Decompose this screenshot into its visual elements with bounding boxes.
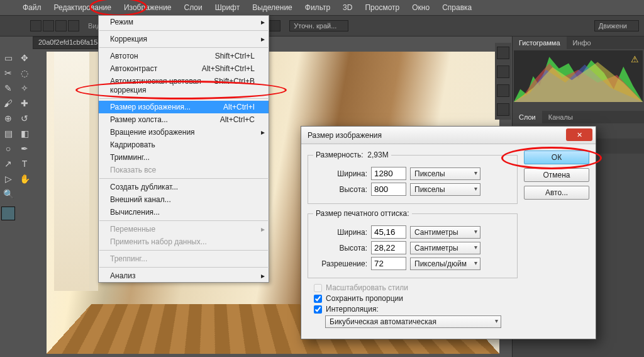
tool-wand-icon[interactable]: ✧ — [18, 82, 31, 94]
tab-histogram[interactable]: Гистограмма — [513, 37, 567, 49]
menu-window[interactable]: Окно — [406, 0, 436, 15]
menu-filter[interactable]: Фильтр — [299, 0, 336, 15]
print-width-input[interactable] — [371, 225, 406, 239]
tool-type-icon[interactable]: T — [18, 157, 31, 170]
scale-styles-row: Масштабировать стили — [314, 283, 518, 292]
tab-layers[interactable]: Слои — [513, 111, 542, 123]
menuitem[interactable]: Создать дубликат... — [99, 181, 269, 193]
tool-hand-icon[interactable]: ✋ — [18, 173, 31, 185]
constrain-label: Сохранить пропорции — [326, 294, 403, 303]
opt-icon-2[interactable] — [43, 20, 54, 31]
px-height-input[interactable] — [371, 183, 406, 196]
photo-window-left — [54, 52, 98, 291]
menu-view[interactable]: Просмотр — [358, 0, 406, 15]
menu-help[interactable]: Справка — [436, 0, 478, 15]
tool-zoom-icon[interactable]: 🔍 — [2, 188, 14, 200]
px-width-input[interactable] — [371, 167, 406, 180]
tool-move-icon[interactable]: ✥ — [18, 52, 31, 64]
option-bar: Вид: Шир.: Выс.: Уточн. край... Движени — [0, 15, 644, 37]
dialog-close-button[interactable]: ✕ — [566, 128, 592, 141]
resolution-input[interactable] — [371, 257, 406, 270]
menu-image[interactable]: Изображение — [118, 0, 178, 15]
tool-lasso-icon[interactable]: ◌ — [18, 67, 31, 79]
image-menu-dropdown: РежимКоррекцияАвтотонShift+Ctrl+LАвтокон… — [98, 15, 269, 283]
print-width-unit[interactable]: Сантиметры — [410, 226, 480, 239]
auto-button[interactable]: Авто... — [524, 186, 589, 200]
px-width-label: Ширина: — [313, 169, 367, 178]
menuitem[interactable]: Тримминг... — [99, 151, 269, 164]
menuitem[interactable]: Коррекция — [99, 33, 269, 45]
toolbar-col1: ▭ ✂ ✎ 🖌 ⊕ ▤ ○ ↗ ▷ 🔍 — [0, 49, 16, 238]
dim-value: 2,93M — [367, 150, 388, 159]
interp-checkbox[interactable] — [314, 305, 322, 314]
tool-path-icon[interactable]: ↗ — [2, 157, 14, 170]
print-height-unit[interactable]: Сантиметры — [410, 242, 480, 254]
opt-refine-button[interactable]: Уточн. край... — [289, 20, 348, 31]
menuitem[interactable]: Вращение изображения — [99, 126, 269, 139]
tool-pointer-icon[interactable]: ▷ — [2, 173, 14, 185]
menuitem[interactable]: Размер изображения...Alt+Ctrl+I — [99, 101, 269, 113]
tool-dodge-icon[interactable]: ○ — [2, 142, 14, 155]
menuitem: Применить набор данных... — [99, 235, 269, 248]
print-height-input[interactable] — [371, 241, 406, 254]
histogram-panel-tabs: Гистограмма Инфо — [513, 37, 644, 49]
menuitem[interactable]: Автоматическая цветовая коррекцияShift+C… — [99, 75, 269, 96]
menuitem[interactable]: АвтоконтрастAlt+Shift+Ctrl+L — [99, 62, 269, 75]
print-legend: Размер печатного оттиска: — [313, 209, 412, 218]
tab-channels[interactable]: Каналы — [542, 111, 579, 123]
interp-row[interactable]: Интерполяция: — [314, 305, 518, 314]
panel-ic-2[interactable] — [497, 65, 509, 78]
px-height-unit[interactable]: Пикселы — [410, 183, 480, 196]
menuitem[interactable]: Внешний канал... — [99, 193, 269, 206]
menuitem[interactable]: Вычисления... — [99, 206, 269, 218]
ok-button[interactable]: ОК — [524, 150, 589, 164]
tab-info[interactable]: Инфо — [567, 37, 597, 49]
tool-brush-icon[interactable]: 🖌 — [2, 97, 14, 110]
cancel-button[interactable]: Отмена — [524, 168, 589, 182]
tool-stamp-icon[interactable]: ⊕ — [2, 112, 14, 125]
menuitem[interactable]: Размер холста...Alt+Ctrl+C — [99, 113, 269, 126]
print-size-group: Размер печатного оттиска: Ширина: Сантим… — [308, 209, 518, 278]
layers-panel-tabs: Слои Каналы — [513, 111, 644, 123]
menuitem: Переменные — [99, 223, 269, 235]
tool-heal-icon[interactable]: ✚ — [18, 97, 31, 110]
menu-select[interactable]: Выделение — [246, 0, 299, 15]
tool-eraser-icon[interactable]: ◧ — [18, 127, 31, 140]
tool-eyedrop-icon[interactable]: ✎ — [2, 82, 14, 94]
panel-ic-1[interactable] — [497, 47, 509, 59]
menuitem: Показать все — [99, 164, 269, 176]
tool-history-icon[interactable]: ↺ — [18, 112, 31, 125]
menuitem: Треппинг... — [99, 252, 269, 265]
px-width-unit[interactable]: Пикселы — [410, 167, 480, 180]
tool-gradient-icon[interactable]: ▤ — [2, 127, 14, 140]
interp-method-dropdown[interactable]: Бикубическая автоматическая — [325, 315, 501, 328]
dialog-title: Размер изображения — [308, 131, 382, 140]
menu-file[interactable]: Файл — [16, 0, 48, 15]
tool-marquee-icon[interactable]: ▭ — [2, 52, 14, 64]
constrain-checkbox[interactable] — [314, 295, 322, 303]
menu-type[interactable]: Шрифт — [209, 0, 246, 15]
panel-ic-3[interactable] — [497, 84, 509, 97]
menuitem[interactable]: Кадрировать — [99, 139, 269, 151]
dialog-titlebar[interactable]: Размер изображения ✕ — [301, 127, 596, 144]
opt-icon-3[interactable] — [55, 20, 67, 31]
panel-iconstrip — [495, 43, 511, 120]
color-swatch[interactable] — [1, 207, 15, 220]
menu-layers[interactable]: Слои — [178, 0, 209, 15]
tool-pen-icon[interactable]: ✒ — [18, 142, 31, 155]
interp-label: Интерполяция: — [326, 305, 379, 314]
opt-icon-4[interactable] — [68, 20, 79, 31]
menuitem[interactable]: АвтотонShift+Ctrl+L — [99, 50, 269, 62]
resolution-unit[interactable]: Пикселы/дюйм — [410, 258, 480, 270]
opt-icon-1[interactable] — [30, 20, 42, 31]
menu-edit[interactable]: Редактирование — [48, 0, 118, 15]
menubar: Файл Редактирование Изображение Слои Шри… — [0, 0, 644, 15]
print-height-label: Высота: — [313, 244, 367, 252]
panel-ic-4[interactable] — [497, 103, 509, 116]
menuitem[interactable]: Режим — [99, 16, 269, 28]
constrain-row[interactable]: Сохранить пропорции — [314, 294, 518, 303]
opt-movement-button[interactable]: Движени — [594, 20, 639, 31]
menu-3d[interactable]: 3D — [336, 0, 358, 15]
menuitem[interactable]: Анализ — [99, 269, 269, 282]
tool-crop-icon[interactable]: ✂ — [2, 67, 14, 79]
